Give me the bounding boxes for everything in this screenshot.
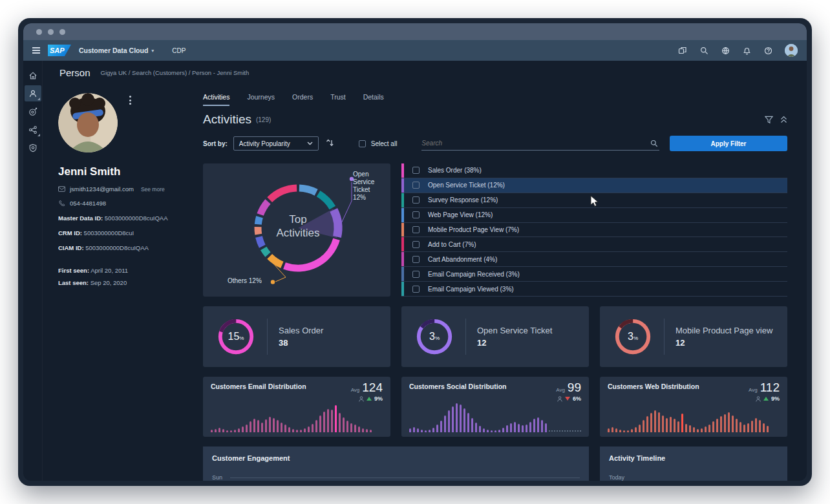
page-column: Person Gigya UK / Search (Customers) / P…: [43, 61, 807, 481]
legend-row[interactable]: Email Campaign Viewed (3%): [401, 282, 787, 297]
profile-menu-icon[interactable]: [129, 96, 131, 105]
donut-segment: [319, 194, 333, 208]
legend-row[interactable]: Cart Abandonment (4%): [401, 252, 787, 267]
bar: [533, 419, 535, 432]
kpi-card-open-service-ticket: 3% Open Service Ticket 12: [401, 306, 589, 367]
legend-row[interactable]: Survey Response (12%): [401, 193, 787, 208]
donut-segment: [264, 249, 268, 255]
bar: [635, 427, 637, 432]
bar: [218, 428, 220, 432]
legend-checkbox[interactable]: [412, 271, 420, 278]
bar: [502, 428, 504, 432]
kpi-ring: 15%: [216, 317, 256, 357]
gridline: [230, 478, 580, 478]
legend-row[interactable]: Email Campaign Received (3%): [401, 267, 787, 282]
trend-arrow-icon: [763, 397, 769, 401]
tab-details[interactable]: Details: [363, 93, 384, 106]
window-control-maximize[interactable]: [59, 29, 65, 35]
bell-icon[interactable]: [742, 46, 751, 55]
sort-direction-icon[interactable]: [326, 139, 334, 148]
window-control-close[interactable]: [36, 29, 42, 35]
bar: [230, 430, 232, 432]
legend-checkbox[interactable]: [412, 241, 420, 248]
legend-row[interactable]: Mobile Product Page View (7%): [401, 223, 787, 238]
bar: [429, 430, 431, 432]
sidebar-item-person[interactable]: [25, 85, 41, 101]
search-icon[interactable]: [650, 140, 658, 147]
see-more-link[interactable]: See more: [141, 186, 165, 193]
bar: [448, 410, 450, 432]
legend-item-label: Email Campaign Viewed (3%): [428, 286, 514, 293]
tab-activities[interactable]: Activities: [203, 93, 229, 106]
trend-arrow-icon: [565, 397, 570, 401]
bar: [732, 415, 734, 432]
bar-sparkline: [608, 401, 780, 432]
apply-filter-button[interactable]: Apply Filter: [670, 136, 787, 151]
id-field: CIAM ID: 5003000000D8cuIQAA: [58, 244, 195, 251]
bar: [674, 419, 676, 432]
sidebar-item-audiences[interactable]: [25, 103, 41, 120]
product-title[interactable]: Customer Data Cloud: [79, 47, 148, 54]
legend-checkbox[interactable]: [412, 226, 420, 233]
kpi-value: 12: [676, 338, 772, 348]
filter-icon[interactable]: [765, 116, 773, 124]
bar: [346, 421, 348, 432]
user-avatar[interactable]: [785, 44, 798, 57]
sidebar-item-security[interactable]: [25, 140, 41, 156]
bar: [724, 414, 726, 432]
bar: [277, 420, 279, 432]
menu-icon[interactable]: [32, 47, 40, 54]
legend-checkbox[interactable]: [412, 196, 420, 204]
bar: [479, 426, 481, 432]
dashboard-grid: Top Activities Open Service Ticket 12% O…: [203, 163, 787, 481]
tab-orders[interactable]: Orders: [292, 93, 313, 106]
legend-checkbox[interactable]: [412, 167, 420, 174]
bar: [728, 412, 730, 432]
help-icon[interactable]: [763, 46, 772, 55]
legend-row[interactable]: Open Service Ticket (12%): [401, 178, 787, 193]
customer-engagement-card: Customer Engagement Sun: [203, 446, 589, 481]
bar: [529, 422, 531, 432]
search-icon[interactable]: [699, 46, 708, 55]
legend-checkbox[interactable]: [412, 286, 420, 293]
donut-segment: [270, 188, 297, 200]
breadcrumb[interactable]: Gigya UK / Search (Customers) / Person -…: [101, 69, 250, 76]
bar: [234, 430, 236, 432]
legend-color-strip: [401, 208, 404, 222]
bar: [498, 430, 500, 432]
bar: [689, 425, 691, 432]
bar: [409, 428, 411, 432]
globe-icon[interactable]: [721, 46, 730, 55]
product-switcher-icon[interactable]: [678, 46, 687, 55]
email-distribution-card: Customers Email Distribution Avg124 9%: [203, 377, 390, 437]
sidebar-item-home[interactable]: [25, 67, 41, 83]
sort-dropdown[interactable]: Activity Popularity: [233, 136, 319, 151]
chart-stats: Avg124 9%: [351, 381, 383, 402]
bar: [300, 430, 302, 432]
bar: [740, 422, 741, 432]
legend-checkbox[interactable]: [412, 211, 420, 218]
bar: [296, 430, 298, 432]
tab-journeys[interactable]: Journeys: [247, 93, 275, 106]
window-control-minimize[interactable]: [48, 29, 54, 35]
legend-checkbox[interactable]: [412, 256, 420, 263]
content-area: Jenni Smith jsmith1234@gmail.com See mor…: [43, 84, 807, 481]
bar-sparkline: [211, 401, 383, 432]
tab-trust[interactable]: Trust: [330, 93, 346, 106]
legend-row[interactable]: Add to Cart (7%): [401, 237, 787, 252]
chevron-down-icon: ▾: [151, 48, 154, 54]
bar: [708, 425, 710, 432]
search-input[interactable]: [421, 140, 650, 147]
legend-row[interactable]: Sales Order (38%): [401, 163, 787, 178]
page-header: Person Gigya UK / Search (Customers) / P…: [43, 61, 807, 84]
sidebar-item-connections[interactable]: [25, 121, 41, 138]
shell-secondary-title[interactable]: CDP: [172, 47, 186, 54]
legend-color-strip: [401, 163, 404, 178]
bar: [417, 428, 419, 432]
legend-row[interactable]: Web Page View (12%): [401, 208, 787, 223]
collapse-icon[interactable]: [780, 116, 787, 123]
select-all-checkbox[interactable]: [359, 140, 366, 147]
section-count: (129): [256, 116, 271, 123]
bar: [743, 425, 745, 432]
legend-checkbox[interactable]: [412, 182, 420, 189]
